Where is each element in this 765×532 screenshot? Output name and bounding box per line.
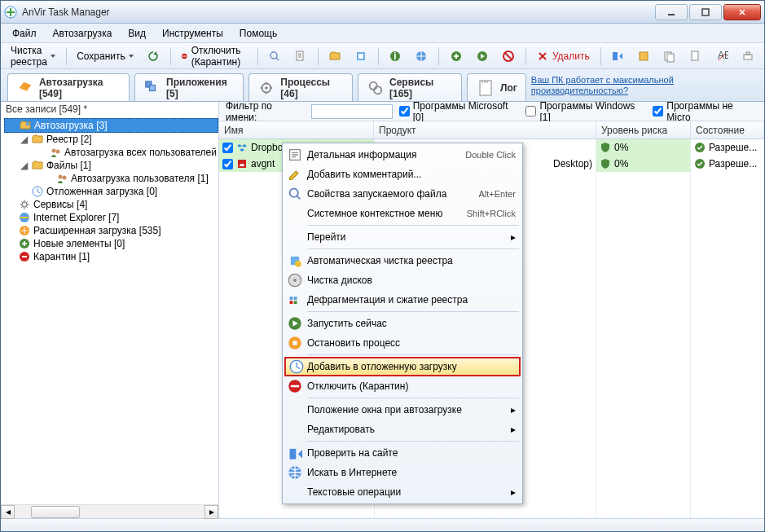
- tree-label: Автозагрузка пользователя [1]: [71, 173, 209, 184]
- col-state[interactable]: Состояние: [691, 121, 764, 138]
- menu-item[interactable]: Детальная информацияDouble Click: [284, 145, 521, 165]
- tab-services[interactable]: Сервисы [165]: [358, 73, 462, 101]
- delete-button[interactable]: Удалить: [531, 48, 595, 64]
- menu-item[interactable]: Отключить (Карантин): [284, 376, 521, 396]
- promo-link[interactable]: Ваш ПК работает с максимальной производи…: [531, 75, 758, 101]
- tree-node[interactable]: Автозагрузка всех пользователей: [4, 146, 218, 159]
- menu-item[interactable]: Добавить комментарий...: [284, 165, 521, 184]
- deny-button[interactable]: [497, 48, 520, 64]
- tree-node[interactable]: ◢Файлы [1]: [4, 159, 218, 172]
- filter-win-checkbox[interactable]: Программы Windows [1]: [525, 100, 646, 123]
- add-button[interactable]: [445, 48, 468, 64]
- tree-node[interactable]: Сервисы [4]: [4, 198, 218, 211]
- menu-startup[interactable]: Автозагрузка: [46, 26, 119, 41]
- menu-label: Системное контекстное меню: [307, 208, 442, 219]
- menu-shortcut: Shift+RClick: [467, 209, 516, 218]
- tab-label: Сервисы [165]: [389, 77, 453, 99]
- col-name[interactable]: Имя: [219, 121, 374, 138]
- tab-apps[interactable]: Приложения [5]: [134, 73, 244, 101]
- menu-item[interactable]: Дефрагментация и сжатие реестра: [284, 290, 521, 310]
- menu-item[interactable]: Искать в Интернете: [284, 463, 521, 482]
- tree-node[interactable]: Автозагрузка пользователя [1]: [4, 172, 218, 185]
- menu-separator: [307, 354, 519, 355]
- tree[interactable]: Автозагрузка [3]◢Реестр [2]Автозагрузка …: [1, 117, 218, 504]
- refresh-button[interactable]: [142, 48, 165, 64]
- context-menu[interactable]: Детальная информацияDouble ClickДобавить…: [282, 143, 523, 504]
- menu-item[interactable]: Свойства запускаемого файлаAlt+Enter: [284, 184, 521, 204]
- menu-item[interactable]: Автоматическая чистка реестра: [284, 251, 521, 270]
- svg-point-49: [293, 279, 297, 282]
- tree-twisty[interactable]: ◢: [19, 134, 29, 145]
- icon-button-1[interactable]: [606, 48, 629, 64]
- menu-file[interactable]: Файл: [6, 26, 43, 41]
- toolbar: Чистка реестра Сохранить Отключить (Кара…: [1, 43, 764, 69]
- search-button[interactable]: [263, 48, 286, 64]
- disable-label: Отключить (Карантин): [191, 45, 247, 68]
- cleanup-button[interactable]: Чистка реестра: [6, 43, 60, 69]
- menu-icon: [288, 336, 302, 350]
- col-product[interactable]: Продукт: [374, 121, 596, 138]
- icon-button-4[interactable]: [684, 48, 707, 64]
- tab-log[interactable]: Лог: [467, 73, 526, 101]
- close-button[interactable]: [723, 4, 761, 20]
- icon-button-5[interactable]: ABC: [710, 48, 733, 64]
- disable-button[interactable]: Отключить (Карантин): [176, 43, 252, 69]
- maximize-button[interactable]: [689, 4, 722, 20]
- menu-item[interactable]: Запустить сейчас: [284, 314, 521, 333]
- menu-view[interactable]: Вид: [121, 26, 152, 41]
- tree-node[interactable]: ◢Реестр [2]: [4, 133, 218, 146]
- row-checkbox[interactable]: [222, 143, 233, 153]
- tree-node[interactable]: Расширенная загрузка [535]: [4, 224, 218, 237]
- tab-startup[interactable]: Автозагрузка [549]: [7, 73, 130, 101]
- minimize-button[interactable]: [655, 4, 688, 20]
- svg-rect-60: [290, 449, 297, 459]
- scroll-thumb[interactable]: [31, 506, 80, 518]
- menu-item[interactable]: Остановить процесс: [284, 333, 521, 353]
- tree-label: Автозагрузка всех пользователей: [64, 147, 217, 158]
- props-button[interactable]: [289, 48, 312, 64]
- row-checkbox[interactable]: [222, 159, 233, 169]
- tree-node[interactable]: Новые элементы [0]: [4, 237, 218, 250]
- menu-icon: [288, 253, 302, 268]
- svg-rect-59: [291, 385, 299, 388]
- filter-nonms-checkbox[interactable]: Программы не Micro: [653, 100, 758, 123]
- menu-item[interactable]: Положение окна при автозагрузке▸: [284, 400, 521, 420]
- save-button[interactable]: Сохранить: [72, 49, 138, 64]
- icon-button-3[interactable]: [658, 48, 681, 64]
- scroll-left-button[interactable]: ◂: [1, 505, 15, 519]
- menu-tools[interactable]: Инструменты: [156, 26, 230, 41]
- scroll-right-button[interactable]: ▸: [204, 505, 218, 519]
- col-risk[interactable]: Уровень риска: [596, 121, 691, 138]
- tree-node[interactable]: Internet Explorer [7]: [4, 211, 218, 224]
- tree-node[interactable]: Отложенная загрузка [0]: [4, 185, 218, 198]
- tree-twisty[interactable]: ◢: [19, 160, 29, 171]
- tree-label: Новые элементы [0]: [33, 238, 125, 249]
- h-scrollbar[interactable]: ◂ ▸: [1, 504, 218, 518]
- svg-rect-29: [480, 81, 491, 95]
- menu-item[interactable]: Редактировать▸: [284, 420, 521, 439]
- filter-ms-checkbox[interactable]: Программы Microsoft [0]: [399, 100, 520, 123]
- menu-item[interactable]: Добавить в отложенную загрузку: [284, 357, 521, 376]
- globe-button[interactable]: [410, 48, 433, 64]
- menu-item[interactable]: Проверить на сайте: [284, 443, 521, 463]
- folder-button[interactable]: [323, 48, 346, 64]
- tree-node[interactable]: Карантин [1]: [4, 250, 218, 263]
- svg-rect-24: [149, 85, 155, 90]
- tab-processes[interactable]: Процессы [46]: [248, 73, 353, 101]
- menu-label: Положение окна при автозагрузке: [307, 404, 462, 415]
- info-button[interactable]: i: [384, 48, 407, 64]
- tree-node[interactable]: Автозагрузка [3]: [4, 118, 218, 133]
- registry-button[interactable]: [350, 48, 372, 64]
- menu-item[interactable]: Чистка дисков: [284, 270, 521, 290]
- run-button[interactable]: [471, 48, 494, 64]
- icon-button-6[interactable]: [736, 48, 759, 64]
- menu-item[interactable]: Текстовые операции▸: [284, 482, 521, 502]
- menu-label: Добавить комментарий...: [307, 169, 421, 180]
- chevron-down-icon: [129, 55, 134, 58]
- filter-input[interactable]: [311, 104, 393, 119]
- menu-item[interactable]: Перейти▸: [284, 227, 521, 247]
- menu-help[interactable]: Помощь: [233, 26, 284, 41]
- menu-item[interactable]: Системное контекстное менюShift+RClick: [284, 204, 521, 223]
- icon-button-2[interactable]: [632, 48, 655, 64]
- svg-point-35: [22, 202, 27, 207]
